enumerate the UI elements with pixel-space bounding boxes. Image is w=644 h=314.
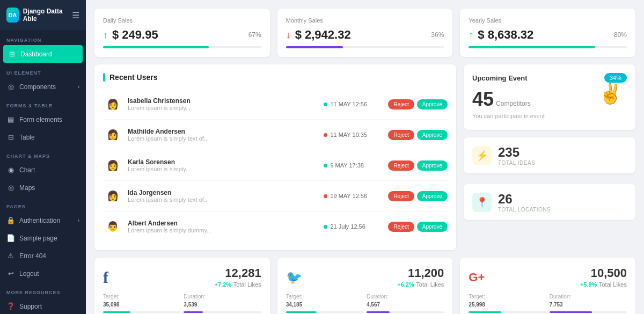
support-icon: ❓ (6, 302, 15, 310)
chart-icon: ◉ (6, 166, 15, 174)
user-desc: Lorem ipsum is simply... (128, 166, 318, 172)
page-icon: 📄 (6, 234, 15, 242)
reject-button[interactable]: Reject (388, 99, 414, 109)
event-label: Competitors (496, 100, 531, 107)
user-actions: Reject Approve (388, 191, 448, 201)
target-val: 35,098 (103, 302, 180, 308)
top-cards-row: Daily Sales ↑ $ 249.95 67% Monthly Sales… (94, 9, 635, 57)
social-change-label: Total Likes (233, 281, 261, 288)
sidebar-item-error-404[interactable]: ⚠ Error 404 (0, 247, 86, 265)
sidebar-item-maps[interactable]: ◎ Maps (0, 179, 86, 196)
dashboard-icon: ⊞ (8, 50, 16, 58)
yearly-sales-value: $ 8,638.32 (478, 28, 533, 42)
lightning-icon: ⚡ (472, 146, 492, 165)
approve-button[interactable]: Approve (417, 99, 448, 109)
stat-label: TOTAL IDEAS (498, 160, 627, 166)
social-count: 11,200 (397, 266, 444, 280)
social-header: G+ 10,500 +5.9% Total Likes (469, 266, 627, 288)
user-name: Albert Andersen (128, 220, 318, 227)
sidebar-item-label: Error 404 (19, 252, 46, 260)
duration-label: Duration: (550, 294, 627, 300)
sidebar-item-chart[interactable]: ◉ Chart (0, 161, 86, 179)
user-name: Karla Sorensen (128, 158, 318, 166)
sidebar-item-label: Authentication (19, 217, 60, 224)
avatar: 👩 (103, 186, 122, 206)
sidebar-item-table[interactable]: ⊟ Table (0, 128, 86, 146)
target-progress (286, 311, 363, 313)
sidebar-item-support[interactable]: ❓ Support (0, 297, 86, 314)
yearly-sales-percent: 80% (614, 31, 627, 39)
user-date: 21 July 12:56 (324, 223, 383, 230)
user-row: 👩 Mathilde Andersen Lorem ipsum is simpl… (103, 120, 448, 150)
sidebar-item-form-elements[interactable]: ▤ Form elements (0, 111, 86, 128)
duration-progress (550, 311, 627, 313)
stat-info: 26 TOTAL LOCATIONS (498, 192, 627, 213)
event-header: Upcoming Event 34% (472, 73, 627, 83)
social-footer: Target: 35,098 Duration: 3,539 (103, 294, 261, 313)
sidebar-item-label: Sample page (19, 235, 57, 242)
sidebar-item-dashboard[interactable]: ⊞ Dashboard (3, 45, 83, 63)
bottom-social-cards: f 12,281 +7.2% Total Likes Target: 35,09… (94, 258, 635, 314)
target-item: Target: 35,098 (103, 294, 180, 313)
target-progress-fill (469, 311, 501, 313)
user-row: 👩 Ida Jorgensen Lorem ipsum is simply te… (103, 181, 448, 211)
monthly-sales-percent: 36% (431, 31, 444, 39)
social-header: f 12,281 +7.2% Total Likes (103, 266, 261, 288)
duration-item: Duration: 4,567 (367, 294, 444, 313)
user-info: Ida Jorgensen Lorem ipsum is simply text… (128, 189, 318, 203)
sidebar-item-sample-page[interactable]: 📄 Sample page (0, 229, 86, 247)
avatar: 👩 (103, 156, 122, 175)
yearly-sales-progress (469, 46, 627, 48)
user-info: Albert Andersen Lorem ipsum is simply du… (128, 220, 318, 233)
status-dot-green (324, 103, 327, 106)
reject-button[interactable]: Reject (388, 222, 414, 232)
user-desc: Lorem ipsum is simply text of... (128, 196, 318, 203)
duration-progress-fill (550, 311, 592, 313)
recent-users-card: Recent Users 👩 Isabella Christensen Lore… (94, 64, 456, 250)
daily-sales-value: $ 249.95 (112, 28, 158, 42)
social-footer: Target: 25,998 Duration: 7,753 (469, 294, 627, 313)
social-header: 🐦 11,200 +6.2% Total Likes (286, 266, 444, 288)
sidebar-item-label: Maps (19, 184, 35, 192)
reject-button[interactable]: Reject (388, 191, 414, 201)
forms-section-label: FORMS & TABLE (0, 96, 86, 111)
hamburger-icon[interactable]: ☰ (72, 10, 79, 20)
social-change: +6.2% (397, 281, 414, 288)
user-row: 👩 Isabella Christensen Lorem ipsum is si… (103, 89, 448, 120)
monthly-sales-progress-fill (286, 46, 343, 48)
sidebar-item-label: Logout (19, 270, 39, 278)
form-icon: ▤ (6, 115, 15, 123)
sidebar-item-authentication[interactable]: 🔒 Authentication › (0, 211, 86, 229)
approve-button[interactable]: Approve (417, 160, 448, 171)
duration-val: 3,539 (184, 302, 261, 308)
social-count-area: 11,200 +6.2% Total Likes (397, 266, 444, 288)
social-count-area: 10,500 +5.9% Total Likes (580, 266, 627, 288)
yearly-sales-progress-fill (469, 46, 595, 48)
yearly-sales-value-row: ↑ $ 8,638.32 80% (469, 28, 627, 42)
facebook-icon: f (103, 268, 108, 287)
target-val: 34,185 (286, 302, 363, 308)
recent-users-label: Recent Users (109, 73, 158, 82)
yearly-sales-title: Yearly Sales (469, 17, 627, 24)
chart-section-label: CHART & MAPS (0, 146, 86, 161)
recent-users-title: Recent Users (103, 73, 448, 82)
stat-num: 26 (498, 192, 627, 207)
middle-row: Recent Users 👩 Isabella Christensen Lore… (94, 64, 635, 250)
reject-button[interactable]: Reject (388, 130, 414, 140)
reject-button[interactable]: Reject (388, 160, 414, 171)
down-arrow-icon: ↓ (286, 30, 291, 41)
google-card: G+ 10,500 +5.9% Total Likes Target: 25,9… (460, 258, 635, 314)
sidebar-item-label: Table (19, 134, 35, 141)
table-icon: ⊟ (6, 133, 15, 141)
user-actions: Reject Approve (388, 222, 448, 232)
stat-info: 235 TOTAL IDEAS (498, 145, 627, 166)
target-progress (469, 311, 546, 313)
sidebar-item-logout[interactable]: ↩ Logout (0, 265, 86, 282)
facebook-card: f 12,281 +7.2% Total Likes Target: 35,09… (94, 258, 270, 314)
sidebar-item-components[interactable]: ◎ Components › (0, 78, 86, 96)
approve-button[interactable]: Approve (417, 222, 448, 232)
approve-button[interactable]: Approve (417, 191, 448, 201)
approve-button[interactable]: Approve (417, 130, 448, 140)
sidebar: DA Django Datta Able ☰ NAVIGATION ⊞ Dash… (0, 0, 86, 314)
monthly-sales-card: Monthly Sales ↓ $ 2,942.32 36% (277, 9, 453, 57)
